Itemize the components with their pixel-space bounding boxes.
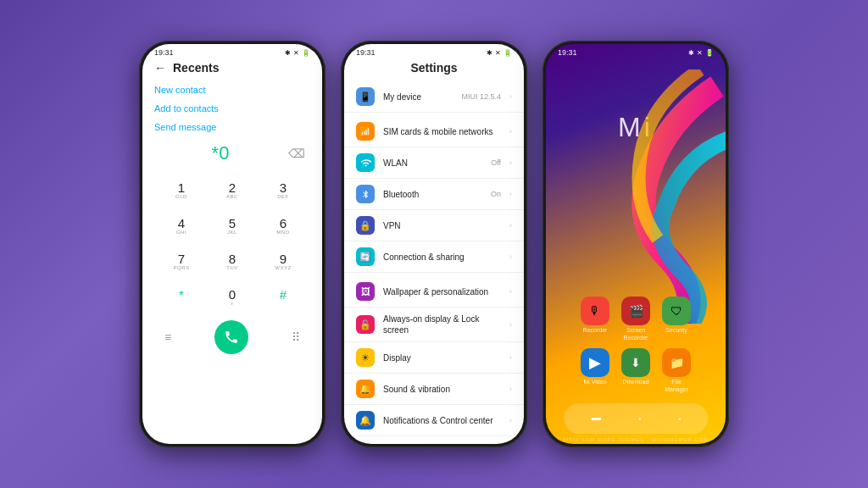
dial-key-star[interactable]: *: [156, 280, 207, 315]
connection-label: Connection & sharing: [383, 252, 501, 263]
connection-icon: 🔄: [356, 247, 375, 266]
phone-3-time: 19:31: [558, 48, 577, 57]
vpn-chevron: ›: [509, 221, 512, 230]
screen-recorder-icon: 🎬: [621, 297, 650, 325]
back-button[interactable]: ←: [154, 61, 166, 75]
app-security[interactable]: 🛡 Security: [662, 297, 691, 341]
sim-label: SIM cards & mobile networks: [383, 126, 501, 137]
lockscreen-icon: 🔓: [356, 315, 375, 334]
download-icon: ⬇: [621, 348, 650, 377]
security-label: Security: [665, 327, 687, 334]
wlan-value: Off: [491, 158, 501, 167]
bluetooth-value: On: [491, 190, 501, 198]
mi-video-label: Mi Video: [583, 379, 606, 385]
dialpad-grid: 1GLD 2ABC 3DEF 4GHI 5JKL 6MNO 7PQRS 8TUV…: [156, 173, 309, 315]
wallpaper-chevron: ›: [509, 287, 512, 296]
dock-indicator-1: [591, 418, 601, 420]
security-icon: 🛡: [662, 297, 691, 325]
dial-key-7[interactable]: 7PQRS: [156, 244, 207, 280]
phone-2-bt-icon: ✱: [487, 49, 492, 57]
bluetooth-chevron: ›: [509, 190, 512, 198]
phone-1-time: 19:31: [154, 48, 174, 57]
bluetooth-icon: [356, 185, 375, 203]
lockscreen-chevron: ›: [509, 320, 512, 329]
app-screen-recorder[interactable]: 🎬 Screen Recorder: [621, 297, 650, 341]
dial-key-5[interactable]: 5JKL: [207, 208, 258, 244]
dial-key-2[interactable]: 2ABC: [207, 173, 258, 208]
watermark-text: VISIT FOR MORE THEMES - MIUITHEMER.COM: [546, 437, 726, 442]
file-manager-icon: 📁: [662, 348, 691, 377]
phone-2-status-icons: ✱ ✕ 🔋: [487, 49, 512, 57]
sim-icon: 📶: [356, 122, 375, 141]
dial-key-hash[interactable]: #: [258, 280, 309, 315]
dial-key-3[interactable]: 3DEF: [258, 173, 309, 208]
settings-item-wallpaper[interactable]: 🖼 Wallpaper & personalization ›: [344, 276, 524, 308]
app-mi-video[interactable]: ▶ Mi Video: [581, 348, 609, 393]
home-dock: [564, 403, 708, 434]
download-label: Download: [622, 379, 648, 385]
settings-item-lockscreen[interactable]: 🔓 Always-on display & Lock screen ›: [344, 308, 524, 342]
recents-actions: New contact Add to contacts Send message: [142, 81, 322, 136]
app-file-manager[interactable]: 📁 File Manager: [662, 348, 691, 393]
mydevice-icon: 📱: [356, 87, 375, 106]
send-message-link[interactable]: Send message: [154, 122, 310, 132]
page-title: Recents: [173, 61, 219, 75]
home-apps-row-1: 🎙 Recorder 🎬 Screen Recorder 🛡 Security: [581, 297, 691, 341]
wlan-chevron: ›: [509, 158, 512, 167]
lockscreen-label: Always-on display & Lock screen: [383, 313, 501, 336]
dial-key-6[interactable]: 6MNO: [258, 208, 309, 244]
delete-button[interactable]: ⌫: [288, 147, 305, 160]
wallpaper-icon: 🖼: [356, 282, 375, 301]
sound-label: Sound & vibration: [383, 384, 501, 395]
mydevice-label: My device: [383, 92, 453, 103]
menu-icon[interactable]: ≡: [164, 330, 171, 344]
mi-video-icon: ▶: [581, 348, 609, 377]
dock-indicator-2: [638, 418, 641, 420]
phone-3-bt-icon: ✱: [688, 49, 694, 57]
dial-key-1[interactable]: 1GLD: [156, 173, 207, 208]
call-button[interactable]: [214, 320, 248, 354]
settings-item-notifications[interactable]: 🔔 Notifications & Control center ›: [344, 405, 524, 436]
app-recorder[interactable]: 🎙 Recorder: [581, 297, 609, 341]
phone-1-battery-icon: 🔋: [302, 49, 310, 57]
settings-item-bluetooth[interactable]: Bluetooth On ›: [344, 179, 524, 210]
phone-2-battery-icon: 🔋: [504, 49, 512, 57]
settings-item-sound[interactable]: 🔔 Sound & vibration ›: [344, 374, 524, 405]
dial-key-9[interactable]: 9WXYZ: [258, 244, 309, 280]
phone-3-screen: 19:31 ✱ ✕ 🔋 Mi: [546, 44, 726, 444]
settings-item-connection[interactable]: 🔄 Connection & sharing ›: [344, 241, 524, 273]
wlan-label: WLAN: [383, 158, 482, 169]
phone-3-frame: 19:31 ✱ ✕ 🔋 Mi: [542, 41, 729, 447]
dial-key-4[interactable]: 4GHI: [156, 208, 207, 244]
new-contact-link[interactable]: New contact: [154, 85, 310, 95]
notifications-icon: 🔔: [356, 411, 375, 430]
phone-3-status-icons: ✱ ✕ 🔋: [688, 49, 714, 57]
mydevice-chevron: ›: [509, 92, 512, 101]
dial-key-0[interactable]: 0+: [207, 280, 258, 315]
phone-1-screen: 19:31 ✱ ✕ 🔋 ← Recents New contact Add to…: [142, 44, 322, 444]
wallpaper-label: Wallpaper & personalization: [383, 286, 501, 297]
sound-icon: 🔔: [356, 380, 375, 398]
settings-item-vpn[interactable]: 🔒 VPN ›: [344, 210, 524, 241]
settings-item-mydevice[interactable]: 📱 My device MIUI 12.5.4 ›: [344, 81, 524, 113]
add-to-contacts-link[interactable]: Add to contacts: [154, 103, 310, 114]
grid-icon[interactable]: ⠿: [292, 330, 300, 344]
phone-2-x-icon: ✕: [495, 49, 501, 57]
screen-recorder-label: Screen Recorder: [621, 327, 650, 341]
phone-3-status-bar: 19:31 ✱ ✕ 🔋: [546, 44, 726, 59]
sim-chevron: ›: [509, 127, 512, 136]
connection-chevron: ›: [509, 252, 512, 261]
phone-3-x-icon: ✕: [697, 49, 703, 57]
home-apps: 🎙 Recorder 🎬 Screen Recorder 🛡 Security …: [581, 297, 691, 393]
display-chevron: ›: [509, 353, 512, 362]
settings-item-display[interactable]: ☀ Display ›: [344, 342, 524, 374]
dial-key-8[interactable]: 8TUV: [207, 244, 258, 280]
settings-item-sim[interactable]: 📶 SIM cards & mobile networks ›: [344, 116, 524, 147]
phone-1-bluetooth-icon: ✱: [285, 49, 291, 57]
settings-item-wlan[interactable]: WLAN Off ›: [344, 147, 524, 179]
phone-2-settings: 19:31 ✱ ✕ 🔋 Settings 📱 My device MIUI 12…: [341, 41, 527, 447]
phone-2-time: 19:31: [356, 48, 376, 57]
bluetooth-label: Bluetooth: [383, 189, 482, 200]
app-download[interactable]: ⬇ Download: [621, 348, 650, 393]
phone-1-status-bar: 19:31 ✱ ✕ 🔋: [142, 44, 322, 59]
